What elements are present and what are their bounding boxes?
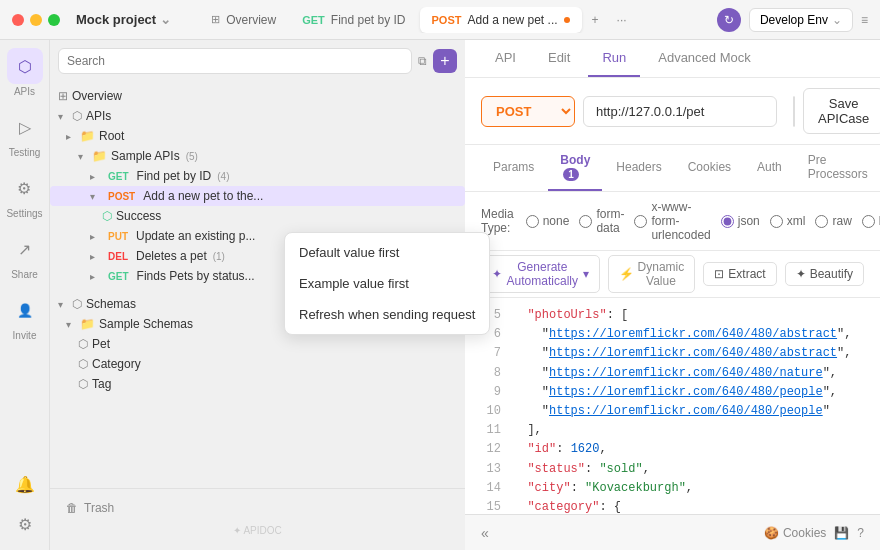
bottom-bar: « 🍪 Cookies 💾 ? [465,514,880,550]
tree-item-schema-category[interactable]: ⬡ Category [50,354,465,374]
tree-item-schema-tag[interactable]: ⬡ Tag [50,374,465,394]
dropdown-menu: Default value first Example value first … [465,232,490,335]
sidebar-icon-share[interactable]: ↗ [7,231,43,267]
code-line: 11 ], [481,421,864,440]
save-icon[interactable]: 💾 [834,526,849,540]
cookies-button[interactable]: 🍪 Cookies [764,526,826,540]
code-line: 8 "https://loremflickr.com/640/480/natur… [481,364,864,383]
sync-icon[interactable]: ↻ [717,8,741,32]
hamburger-menu[interactable]: ≡ [861,13,868,27]
save-apicase-button[interactable]: Save APICase [803,88,880,134]
params-tab-params[interactable]: Params [481,152,546,184]
dropdown-item-default[interactable]: Default value first [465,237,489,268]
sidebar-icon-apis[interactable]: ⬡ [7,48,43,84]
params-tab-cookies[interactable]: Cookies [676,152,743,184]
tree-item-sample-apis[interactable]: ▾ 📁 Sample APIs (5) [50,146,465,166]
tree-item-overview[interactable]: ⊞ Overview [50,86,465,106]
sidebar-icon-testing[interactable]: ▷ [7,109,43,145]
code-line: 9 "https://loremflickr.com/640/480/peopl… [481,383,864,402]
cookie-icon: 🍪 [764,526,779,540]
media-type-raw[interactable]: raw [815,214,851,228]
params-tab-body[interactable]: Body 1 [548,145,602,191]
trash-icon: 🗑 [66,501,78,515]
request-bar: POST GET PUT DELETE Send ▾ Stash ▾ Save … [465,78,880,145]
media-type-binary[interactable]: binary [862,214,880,228]
media-type-xml[interactable]: xml [770,214,806,228]
stash-button-group: Stash ▾ [793,96,795,127]
main-layout: ⬡ APIs ▷ Testing ⚙ Settings ↗ Share 👤 In… [0,40,880,550]
tree-item-schema-pet[interactable]: ⬡ Pet [50,334,465,354]
titlebar-right: ↻ Develop Env ⌄ ≡ [717,8,868,32]
stash-button[interactable]: Stash [794,97,795,126]
params-tab-pre-processors[interactable]: Pre Processors [796,145,880,191]
apidoc-brand: ✦ APIDOC [58,519,457,542]
sidebar-bottom: 🗑 Trash ✦ APIDOC [50,488,465,550]
collapse-button[interactable]: « [481,525,489,541]
sidebar-icon-preferences[interactable]: ⚙ [7,506,43,542]
media-type-bar: Media Type: none form-data x-www-form-ur… [465,192,880,251]
search-bar: ⧉ + [50,40,465,82]
sidebar-icon-notifications[interactable]: 🔔 [7,466,43,502]
tree-item-post-add-pet[interactable]: ▾ POST Add a new pet to the... [50,186,465,206]
dropdown-item-refresh[interactable]: Refresh when sending request [465,299,489,330]
code-line: 10 "https://loremflickr.com/640/480/peop… [481,402,864,421]
media-type-urlencoded[interactable]: x-www-form-urlencoded [634,200,710,242]
code-line: 15 "category": { [481,498,864,514]
dynamic-value-button[interactable]: ⚡ Dynamic Value [608,255,696,293]
extract-icon: ⊡ [714,267,724,281]
code-editor[interactable]: 5 "photoUrls": [ 6 "https://loremflickr.… [465,298,880,514]
tab-get-find-pet[interactable]: GET Find pet by ID [290,7,417,33]
code-line: 7 "https://loremflickr.com/640/480/abstr… [481,344,864,363]
tab-overview[interactable]: ⊞ Overview [199,7,288,33]
search-input[interactable] [58,48,412,74]
maximize-button[interactable] [48,14,60,26]
code-line: 13 "status": "sold", [481,460,864,479]
main-content: API Edit Run Advanced Mock POST GET PUT … [465,40,880,550]
code-line: 14 "city": "Kovacekburgh", [481,479,864,498]
code-line: 12 "id": 1620, [481,440,864,459]
close-button[interactable] [12,14,24,26]
tree-item-success[interactable]: ⬡ Success [50,206,465,226]
filter-icon[interactable]: ⧉ [418,54,427,68]
beautify-button[interactable]: ✦ Beautify [785,262,864,286]
tabs-bar: ⊞ Overview GET Find pet by ID POST Add a… [199,7,709,33]
code-line: 5 "photoUrls": [ [481,306,864,325]
add-item-button[interactable]: + [433,49,457,73]
lightning-icon: ⚡ [619,267,634,281]
generate-automatically-button[interactable]: ✦ Generate Automatically ▾ [481,255,600,293]
media-type-form-data[interactable]: form-data [579,207,624,235]
env-selector[interactable]: Develop Env ⌄ [749,8,853,32]
tab-edit[interactable]: Edit [534,40,584,77]
body-section: Media Type: none form-data x-www-form-ur… [465,192,880,514]
tab-api[interactable]: API [481,40,530,77]
add-tab-button[interactable]: + [584,9,607,31]
titlebar: Mock project ⌄ ⊞ Overview GET Find pet b… [0,0,880,40]
extract-button[interactable]: ⊡ Extract [703,262,776,286]
tab-post-add-pet[interactable]: POST Add a new pet ... [420,7,582,33]
method-select[interactable]: POST GET PUT DELETE [481,96,575,127]
magic-icon: ✦ [492,267,502,281]
tab-advanced-mock[interactable]: Advanced Mock [644,40,765,77]
tree-item-apis[interactable]: ▾ ⬡ APIs [50,106,465,126]
params-tab-headers[interactable]: Headers [604,152,673,184]
tree-item-get-find-pet[interactable]: ▸ GET Find pet by ID (4) [50,166,465,186]
code-line: 6 "https://loremflickr.com/640/480/abstr… [481,325,864,344]
minimize-button[interactable] [30,14,42,26]
media-type-json[interactable]: json [721,214,760,228]
media-type-none[interactable]: none [526,214,570,228]
help-icon[interactable]: ? [857,526,864,540]
more-tabs-button[interactable]: ··· [609,9,635,31]
sidebar-icon-rail: ⬡ APIs ▷ Testing ⚙ Settings ↗ Share 👤 In… [0,40,50,550]
tab-modified-indicator [564,17,570,23]
trash-item[interactable]: 🗑 Trash [58,497,457,519]
sidebar-icon-invite[interactable]: 👤 [7,292,43,328]
tree-item-root[interactable]: ▸ 📁 Root [50,126,465,146]
dropdown-item-example[interactable]: Example value first [465,268,489,299]
tab-run[interactable]: Run [588,40,640,77]
params-tabs: Params Body 1 Headers Cookies Auth Pre P… [465,145,880,192]
sidebar-icon-settings[interactable]: ⚙ [6,170,42,206]
traffic-lights [12,14,60,26]
app-title: Mock project ⌄ [76,12,171,27]
url-input[interactable] [583,96,777,127]
params-tab-auth[interactable]: Auth [745,152,794,184]
